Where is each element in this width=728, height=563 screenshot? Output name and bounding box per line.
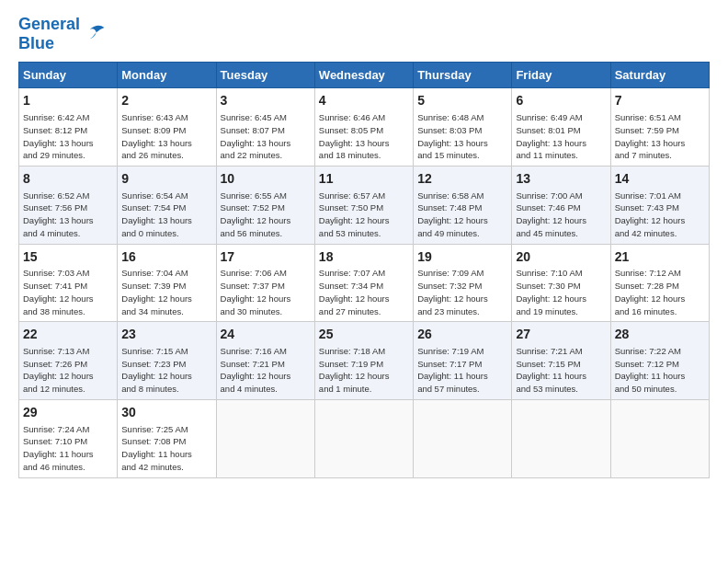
day-number: 6 <box>516 92 606 110</box>
day-info: Sunrise: 7:22 AM Sunset: 7:12 PM Dayligh… <box>615 345 705 396</box>
day-number: 8 <box>23 170 113 189</box>
day-cell <box>512 400 610 478</box>
day-number: 17 <box>221 248 311 267</box>
day-info: Sunrise: 6:57 AM Sunset: 7:50 PM Dayligh… <box>319 190 409 240</box>
day-info: Sunrise: 6:51 AM Sunset: 7:59 PM Dayligh… <box>615 111 705 162</box>
day-cell: 23Sunrise: 7:15 AM Sunset: 7:23 PM Dayli… <box>118 322 216 400</box>
logo-text: General <box>18 15 80 34</box>
day-number: 10 <box>221 170 311 189</box>
day-cell: 4Sunrise: 6:46 AM Sunset: 8:05 PM Daylig… <box>314 88 413 167</box>
day-cell: 25Sunrise: 7:18 AM Sunset: 7:19 PM Dayli… <box>314 322 413 400</box>
week-row-2: 8Sunrise: 6:52 AM Sunset: 7:56 PM Daylig… <box>19 167 710 245</box>
day-cell <box>414 400 512 478</box>
day-info: Sunrise: 6:45 AM Sunset: 8:07 PM Dayligh… <box>221 111 311 162</box>
day-number: 13 <box>516 170 606 189</box>
day-info: Sunrise: 7:09 AM Sunset: 7:32 PM Dayligh… <box>417 267 507 317</box>
col-header-sunday: Sunday <box>19 63 118 88</box>
week-row-4: 22Sunrise: 7:13 AM Sunset: 7:26 PM Dayli… <box>19 322 710 400</box>
day-number: 26 <box>417 326 507 344</box>
day-cell: 12Sunrise: 6:58 AM Sunset: 7:48 PM Dayli… <box>414 167 512 245</box>
col-header-saturday: Saturday <box>610 63 709 88</box>
header-row: SundayMondayTuesdayWednesdayThursdayFrid… <box>19 63 710 88</box>
day-info: Sunrise: 7:13 AM Sunset: 7:26 PM Dayligh… <box>23 345 113 396</box>
day-number: 9 <box>121 170 211 189</box>
day-info: Sunrise: 7:24 AM Sunset: 7:10 PM Dayligh… <box>23 423 113 474</box>
day-number: 29 <box>23 404 113 422</box>
day-cell: 17Sunrise: 7:06 AM Sunset: 7:37 PM Dayli… <box>216 244 314 322</box>
day-number: 30 <box>121 404 211 422</box>
day-cell: 6Sunrise: 6:49 AM Sunset: 8:01 PM Daylig… <box>512 88 610 167</box>
day-cell: 22Sunrise: 7:13 AM Sunset: 7:26 PM Dayli… <box>19 322 118 400</box>
day-cell <box>216 400 314 478</box>
logo-bird-icon <box>82 21 108 47</box>
day-number: 24 <box>221 326 311 344</box>
day-info: Sunrise: 6:52 AM Sunset: 7:56 PM Dayligh… <box>23 190 113 240</box>
day-cell: 5Sunrise: 6:48 AM Sunset: 8:03 PM Daylig… <box>414 88 512 167</box>
col-header-tuesday: Tuesday <box>216 63 314 88</box>
day-cell <box>314 400 413 478</box>
calendar-table: SundayMondayTuesdayWednesdayThursdayFrid… <box>18 62 710 477</box>
day-cell: 13Sunrise: 7:00 AM Sunset: 7:46 PM Dayli… <box>512 167 610 245</box>
day-cell: 21Sunrise: 7:12 AM Sunset: 7:28 PM Dayli… <box>610 244 709 322</box>
day-info: Sunrise: 7:16 AM Sunset: 7:21 PM Dayligh… <box>221 345 311 396</box>
day-cell: 11Sunrise: 6:57 AM Sunset: 7:50 PM Dayli… <box>314 167 413 245</box>
day-info: Sunrise: 7:06 AM Sunset: 7:37 PM Dayligh… <box>221 267 311 317</box>
day-info: Sunrise: 7:18 AM Sunset: 7:19 PM Dayligh… <box>319 345 409 396</box>
day-number: 19 <box>417 248 507 267</box>
day-cell: 14Sunrise: 7:01 AM Sunset: 7:43 PM Dayli… <box>610 167 709 245</box>
day-info: Sunrise: 6:43 AM Sunset: 8:09 PM Dayligh… <box>121 111 211 162</box>
day-cell: 15Sunrise: 7:03 AM Sunset: 7:41 PM Dayli… <box>19 244 118 322</box>
day-info: Sunrise: 6:46 AM Sunset: 8:05 PM Dayligh… <box>319 111 409 162</box>
day-info: Sunrise: 7:15 AM Sunset: 7:23 PM Dayligh… <box>121 345 211 396</box>
day-cell: 18Sunrise: 7:07 AM Sunset: 7:34 PM Dayli… <box>314 244 413 322</box>
day-number: 20 <box>516 248 606 267</box>
day-info: Sunrise: 7:12 AM Sunset: 7:28 PM Dayligh… <box>615 267 705 317</box>
day-info: Sunrise: 6:48 AM Sunset: 8:03 PM Dayligh… <box>417 111 507 162</box>
day-cell: 20Sunrise: 7:10 AM Sunset: 7:30 PM Dayli… <box>512 244 610 322</box>
day-cell: 7Sunrise: 6:51 AM Sunset: 7:59 PM Daylig… <box>610 88 709 167</box>
day-cell: 30Sunrise: 7:25 AM Sunset: 7:08 PM Dayli… <box>118 400 216 478</box>
day-info: Sunrise: 6:42 AM Sunset: 8:12 PM Dayligh… <box>23 111 113 162</box>
day-cell: 10Sunrise: 6:55 AM Sunset: 7:52 PM Dayli… <box>216 167 314 245</box>
day-cell: 29Sunrise: 7:24 AM Sunset: 7:10 PM Dayli… <box>19 400 118 478</box>
col-header-monday: Monday <box>118 63 216 88</box>
day-cell: 3Sunrise: 6:45 AM Sunset: 8:07 PM Daylig… <box>216 88 314 167</box>
col-header-friday: Friday <box>512 63 610 88</box>
day-number: 5 <box>417 92 507 110</box>
day-cell: 27Sunrise: 7:21 AM Sunset: 7:15 PM Dayli… <box>512 322 610 400</box>
day-info: Sunrise: 7:04 AM Sunset: 7:39 PM Dayligh… <box>121 267 211 317</box>
day-info: Sunrise: 6:58 AM Sunset: 7:48 PM Dayligh… <box>417 190 507 240</box>
day-info: Sunrise: 7:03 AM Sunset: 7:41 PM Dayligh… <box>23 267 113 317</box>
day-number: 27 <box>516 326 606 344</box>
day-info: Sunrise: 7:07 AM Sunset: 7:34 PM Dayligh… <box>319 267 409 317</box>
day-info: Sunrise: 6:55 AM Sunset: 7:52 PM Dayligh… <box>221 190 311 240</box>
day-cell <box>610 400 709 478</box>
week-row-5: 29Sunrise: 7:24 AM Sunset: 7:10 PM Dayli… <box>19 400 710 478</box>
logo: General Blue <box>18 15 108 52</box>
day-number: 16 <box>121 248 211 267</box>
day-number: 3 <box>221 92 311 110</box>
day-number: 21 <box>615 248 705 267</box>
day-cell: 2Sunrise: 6:43 AM Sunset: 8:09 PM Daylig… <box>118 88 216 167</box>
day-cell: 1Sunrise: 6:42 AM Sunset: 8:12 PM Daylig… <box>19 88 118 167</box>
logo-blue: Blue <box>18 34 80 53</box>
day-info: Sunrise: 6:54 AM Sunset: 7:54 PM Dayligh… <box>121 190 211 240</box>
day-number: 14 <box>615 170 705 189</box>
day-cell: 26Sunrise: 7:19 AM Sunset: 7:17 PM Dayli… <box>414 322 512 400</box>
day-number: 28 <box>615 326 705 344</box>
week-row-1: 1Sunrise: 6:42 AM Sunset: 8:12 PM Daylig… <box>19 88 710 167</box>
day-cell: 24Sunrise: 7:16 AM Sunset: 7:21 PM Dayli… <box>216 322 314 400</box>
day-number: 22 <box>23 326 113 344</box>
col-header-thursday: Thursday <box>414 63 512 88</box>
day-number: 2 <box>121 92 211 110</box>
day-number: 18 <box>319 248 409 267</box>
day-number: 23 <box>121 326 211 344</box>
day-info: Sunrise: 7:25 AM Sunset: 7:08 PM Dayligh… <box>121 423 211 474</box>
day-cell: 28Sunrise: 7:22 AM Sunset: 7:12 PM Dayli… <box>610 322 709 400</box>
week-row-3: 15Sunrise: 7:03 AM Sunset: 7:41 PM Dayli… <box>19 244 710 322</box>
header: General Blue <box>18 15 710 52</box>
day-info: Sunrise: 7:19 AM Sunset: 7:17 PM Dayligh… <box>417 345 507 396</box>
logo-general: General <box>18 15 80 33</box>
day-number: 4 <box>319 92 409 110</box>
day-info: Sunrise: 7:00 AM Sunset: 7:46 PM Dayligh… <box>516 190 606 240</box>
